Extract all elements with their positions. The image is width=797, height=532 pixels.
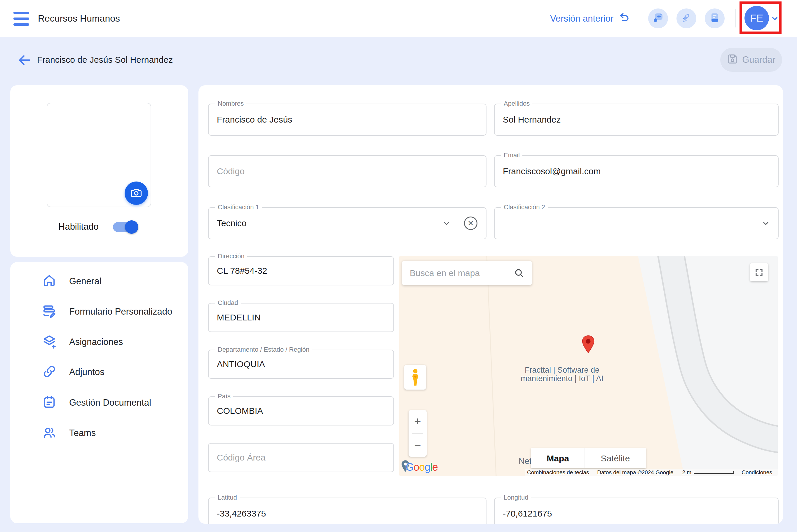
map-type-map-button[interactable]: Mapa bbox=[531, 448, 585, 468]
map-search-box[interactable]: Busca en el mapa bbox=[402, 261, 532, 285]
email-value: Franciscosol@gmail.com bbox=[503, 166, 601, 176]
sidebar-item-label: Teams bbox=[69, 428, 96, 438]
search-icon[interactable] bbox=[514, 268, 525, 279]
general-form-card: Nombres Francisco de Jesús Apellidos Sol… bbox=[198, 85, 783, 524]
sidebar-item-asignaciones[interactable]: Asignaciones bbox=[10, 331, 188, 353]
map-scale: 2 m bbox=[682, 469, 734, 476]
pegman-icon bbox=[410, 368, 421, 386]
map-attribution-bar: Combinaciones de teclas Datos del mapa ©… bbox=[525, 469, 778, 476]
google-logo[interactable]: Google bbox=[401, 460, 448, 475]
user-avatar[interactable]: FE bbox=[744, 6, 769, 30]
undo-icon bbox=[618, 12, 630, 26]
camera-icon bbox=[130, 187, 143, 200]
map-marker-label: Fracttal | Software de mantenimiento | I… bbox=[510, 366, 614, 383]
avatar-chevron-down-icon[interactable] bbox=[770, 14, 780, 23]
upload-photo-button[interactable] bbox=[125, 182, 148, 205]
nombres-label: Nombres bbox=[215, 100, 246, 108]
ciudad-label: Ciudad bbox=[215, 299, 241, 307]
avatar-initials: FE bbox=[750, 12, 764, 24]
email-label: Email bbox=[501, 151, 523, 159]
ai-assistant-button[interactable] bbox=[648, 8, 668, 28]
pais-field[interactable]: País COLOMBIA bbox=[208, 396, 394, 425]
chevron-down-icon[interactable] bbox=[441, 218, 452, 228]
nombres-value: Francisco de Jesús bbox=[217, 115, 292, 125]
apellidos-field[interactable]: Apellidos Sol Hernandez bbox=[494, 103, 779, 136]
map-scale-bar bbox=[694, 471, 734, 474]
departamento-label: Departamento / Estado / Región bbox=[215, 346, 312, 354]
recursos-humanos-page: Recursos Humanos Versión anterior bbox=[0, 0, 797, 532]
latitud-value: -33,4263375 bbox=[217, 509, 266, 518]
codigo-field[interactable]: Código bbox=[208, 155, 487, 187]
teams-people-icon bbox=[42, 425, 57, 441]
departamento-field[interactable]: Departamento / Estado / Región ANTIOQUIA bbox=[208, 349, 394, 379]
departamento-value: ANTIOQUIA bbox=[217, 359, 265, 369]
direccion-value: CL 78#54-32 bbox=[217, 266, 267, 276]
direccion-label: Dirección bbox=[215, 252, 247, 260]
home-icon bbox=[42, 273, 57, 289]
codigo-placeholder: Código bbox=[217, 166, 245, 176]
apellidos-value: Sol Hernandez bbox=[503, 115, 561, 125]
apellidos-label: Apellidos bbox=[501, 100, 532, 108]
map-type-satellite-button[interactable]: Satélite bbox=[585, 448, 646, 468]
direccion-field[interactable]: Dirección CL 78#54-32 bbox=[208, 256, 394, 285]
ciudad-value: MEDELLIN bbox=[217, 312, 261, 322]
custom-form-icon bbox=[42, 304, 57, 320]
clasificacion1-value: Tecnico bbox=[217, 218, 247, 228]
save-label: Guardar bbox=[742, 55, 775, 65]
toggle-knob bbox=[125, 220, 138, 234]
guide-button[interactable] bbox=[705, 8, 725, 28]
attachment-icon bbox=[42, 364, 57, 380]
map-fullscreen-button[interactable] bbox=[750, 263, 768, 281]
email-field[interactable]: Email Franciscosol@gmail.com bbox=[494, 155, 779, 187]
street-view-pegman[interactable] bbox=[404, 365, 426, 390]
map-marker-pin[interactable] bbox=[581, 335, 595, 355]
hamburger-menu-icon[interactable] bbox=[14, 11, 30, 27]
longitud-field[interactable]: Longitud -70,6121675 bbox=[494, 498, 779, 524]
fullscreen-icon bbox=[755, 268, 763, 277]
sidebar-item-adjuntos[interactable]: Adjuntos bbox=[10, 362, 188, 383]
location-map[interactable]: Busca en el mapa + − bbox=[399, 255, 778, 476]
zoom-in-button[interactable]: + bbox=[409, 410, 427, 433]
sidebar-item-general[interactable]: General bbox=[10, 271, 188, 292]
whats-new-button[interactable] bbox=[677, 8, 696, 28]
keyboard-shortcuts-link[interactable]: Combinaciones de teclas bbox=[527, 469, 589, 476]
sidebar-item-label: Formulario Personalizado bbox=[69, 306, 172, 317]
page-title: Recursos Humanos bbox=[38, 0, 120, 37]
previous-version-label: Versión anterior bbox=[550, 14, 613, 24]
back-button[interactable] bbox=[17, 53, 32, 68]
zoom-out-button[interactable]: − bbox=[409, 434, 427, 457]
layers-plus-icon bbox=[42, 334, 57, 350]
terms-link[interactable]: Condiciones bbox=[742, 469, 772, 476]
map-data-attribution: Datos del mapa ©2024 Google bbox=[597, 469, 673, 476]
codigo-area-field[interactable]: Código Área bbox=[208, 443, 394, 472]
sidebar-item-label: General bbox=[69, 276, 101, 287]
clasificacion2-label: Clasificación 2 bbox=[501, 204, 548, 211]
sidebar-item-teams[interactable]: Teams bbox=[10, 422, 188, 443]
enabled-label: Habilitado bbox=[58, 222, 99, 232]
sidebar-item-formulario-personalizado[interactable]: Formulario Personalizado bbox=[10, 301, 188, 322]
clasificacion1-label: Clasificación 1 bbox=[215, 204, 262, 211]
latitud-field[interactable]: Latitud -33,4263375 bbox=[208, 498, 487, 524]
sidebar-item-gestion-documental[interactable]: Gestión Documental bbox=[10, 392, 188, 413]
longitud-label: Longitud bbox=[501, 494, 531, 501]
section-nav: General Formulario Personalizado bbox=[10, 262, 188, 523]
longitud-value: -70,6121675 bbox=[503, 509, 552, 518]
clear-selection-button[interactable]: ✕ bbox=[464, 216, 477, 230]
map-search-placeholder: Busca en el mapa bbox=[410, 268, 514, 278]
nombres-field[interactable]: Nombres Francisco de Jesús bbox=[208, 103, 487, 136]
previous-version-link[interactable]: Versión anterior bbox=[550, 0, 630, 37]
chat-sparkles-icon bbox=[652, 12, 664, 25]
clasificacion2-select[interactable]: Clasificación 2 bbox=[494, 207, 779, 239]
ciudad-field[interactable]: Ciudad MEDELLIN bbox=[208, 303, 394, 332]
map-scale-label: 2 m bbox=[682, 469, 691, 476]
topbar-divider bbox=[736, 10, 736, 27]
enabled-toggle[interactable] bbox=[113, 222, 133, 232]
notebook-icon bbox=[708, 12, 721, 25]
save-button[interactable]: Guardar bbox=[720, 48, 782, 72]
clasificacion1-select[interactable]: Clasificación 1 Tecnico ✕ bbox=[208, 207, 487, 239]
chevron-down-icon[interactable] bbox=[761, 218, 771, 228]
pais-label: País bbox=[215, 393, 233, 400]
save-floppy-icon bbox=[727, 53, 738, 66]
google-wordmark: Google bbox=[406, 461, 438, 473]
map-place-label: Net bbox=[518, 456, 532, 466]
